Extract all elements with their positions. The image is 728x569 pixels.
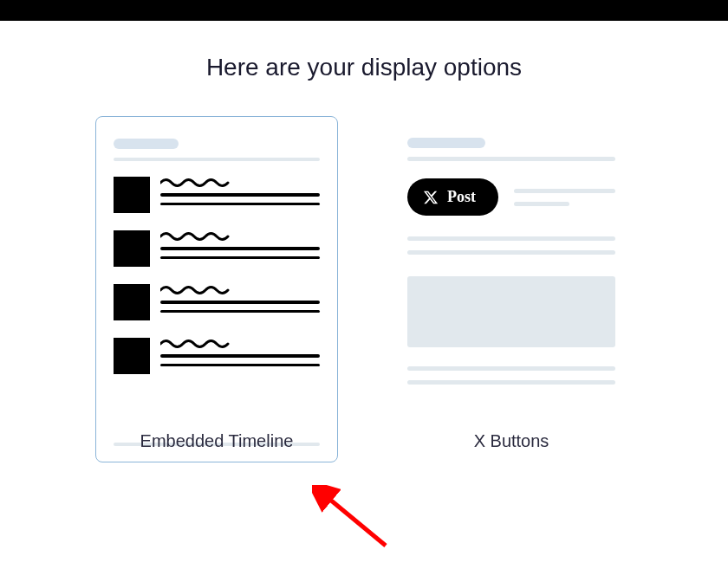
timeline-item-content <box>160 284 320 320</box>
squiggle-icon <box>160 178 230 187</box>
squiggle-icon <box>160 232 230 241</box>
text-line <box>160 203 320 206</box>
placeholder-line <box>407 380 615 385</box>
timeline-item <box>114 284 320 320</box>
annotation-arrow-icon <box>312 485 399 554</box>
text-line <box>160 193 320 197</box>
avatar-placeholder <box>114 177 150 213</box>
text-line <box>160 256 320 260</box>
timeline-item-content <box>160 230 320 267</box>
post-button-row: Post <box>407 178 615 216</box>
image-placeholder <box>407 276 615 347</box>
timeline-item <box>114 230 320 267</box>
text-line <box>160 310 320 314</box>
option-x-buttons[interactable]: Post X Buttons <box>390 116 633 451</box>
avatar-placeholder <box>114 230 150 267</box>
timeline-item-content <box>160 177 320 213</box>
avatar-placeholder <box>114 284 150 320</box>
text-line <box>160 354 320 358</box>
placeholder-line <box>407 250 615 255</box>
placeholder-line <box>407 366 615 371</box>
squiggle-icon <box>160 339 230 348</box>
buttons-preview: Post <box>390 116 633 462</box>
placeholder-line <box>514 202 569 206</box>
timeline-item <box>114 177 320 213</box>
top-bar <box>0 0 728 21</box>
x-logo-icon <box>423 190 439 205</box>
timeline-item <box>114 338 320 374</box>
side-lines <box>514 189 615 206</box>
avatar-placeholder <box>114 338 150 374</box>
option-label-timeline: Embedded Timeline <box>140 431 294 451</box>
placeholder-line <box>407 236 615 241</box>
option-label-buttons: X Buttons <box>474 431 549 451</box>
squiggle-icon <box>160 286 230 294</box>
placeholder-bar <box>407 138 485 148</box>
timeline-item-content <box>160 338 320 374</box>
svg-line-1 <box>325 495 386 546</box>
text-line <box>160 364 320 367</box>
text-line <box>160 301 320 304</box>
display-options-container: Embedded Timeline Post <box>0 116 728 451</box>
page-heading: Here are your display options <box>0 54 728 81</box>
placeholder-line <box>514 189 615 193</box>
placeholder-line <box>114 158 320 161</box>
placeholder-line <box>407 157 615 161</box>
text-line <box>160 247 320 250</box>
post-button-label: Post <box>447 188 476 206</box>
timeline-preview <box>95 116 338 462</box>
placeholder-bar <box>114 139 179 149</box>
option-embedded-timeline[interactable]: Embedded Timeline <box>95 116 338 451</box>
post-button-preview: Post <box>407 178 498 216</box>
